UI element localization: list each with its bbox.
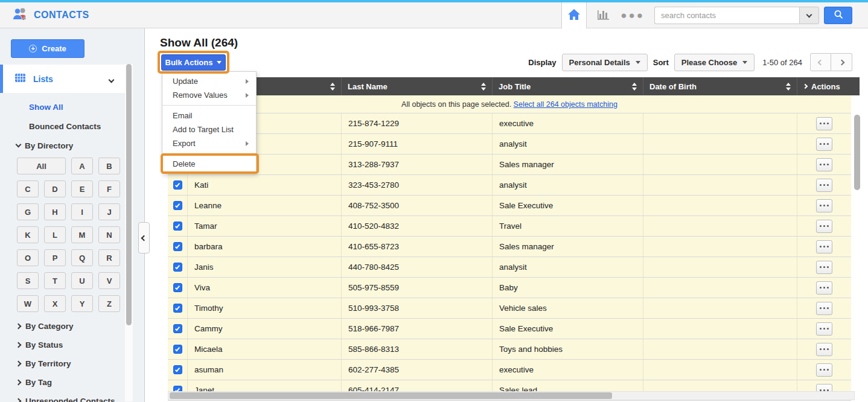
letter-filter-button[interactable]: All (17, 158, 66, 174)
chevron-down-icon[interactable] (109, 74, 113, 85)
row-checkbox[interactable] (173, 222, 182, 231)
letter-filter-button[interactable]: D (44, 180, 66, 197)
chevron-down-icon (16, 142, 22, 148)
row-actions-button[interactable] (816, 363, 832, 377)
sidebar-item-lists[interactable]: Lists (0, 65, 133, 93)
bulk-actions-button[interactable]: Bulk Actions (161, 54, 226, 71)
row-actions-button[interactable] (816, 281, 832, 295)
letter-filter-button[interactable]: X (44, 295, 66, 312)
sidebar-scrollbar[interactable] (125, 64, 133, 401)
module-brand[interactable]: CONTACTS (12, 7, 89, 24)
row-checkbox[interactable] (173, 304, 182, 313)
sort-icon (481, 83, 486, 91)
row-checkbox[interactable] (173, 180, 182, 190)
ellipsis-icon[interactable]: ●●● (621, 10, 645, 22)
row-actions-button[interactable] (816, 158, 832, 171)
sidebar-collapse-handle[interactable] (138, 222, 150, 254)
letter-filter-button[interactable]: S (17, 272, 39, 289)
display-select[interactable]: Personal Details (562, 54, 648, 71)
row-actions-button[interactable] (816, 240, 832, 254)
table-horizontal-scrollbar-thumb[interactable] (170, 392, 612, 399)
sort-select[interactable]: Please Choose (674, 54, 755, 71)
letter-filter-button[interactable]: N (98, 226, 120, 243)
table-horizontal-scrollbar[interactable] (168, 391, 855, 400)
previous-page-button[interactable] (810, 53, 831, 71)
date-of-birth-cell (643, 360, 797, 380)
letter-filter-button[interactable]: W (17, 295, 39, 312)
alphabet-filter: AllABCDEFGHIJKLMNOPQRSTUVWXYZ (17, 158, 123, 312)
checkbox-cell (168, 216, 187, 236)
last-name-cell: 505-975-8559 (341, 278, 492, 298)
letter-filter-button[interactable]: F (98, 180, 120, 197)
next-page-button[interactable] (831, 53, 852, 71)
ellipsis-icon (823, 287, 825, 289)
bulk-actions-label: Bulk Actions (165, 58, 213, 67)
column-header-label: Actions (811, 82, 840, 91)
search-options-button[interactable] (799, 7, 819, 24)
menu-item-add-to-target-list[interactable]: Add to Target List (162, 123, 256, 136)
select-all-matching-link[interactable]: Select all 264 objects matching (514, 100, 617, 109)
bar-chart-icon (596, 8, 612, 24)
create-button[interactable]: + Create (11, 39, 85, 58)
sidebar-scrollbar-thumb[interactable] (126, 64, 132, 325)
letter-filter-button[interactable]: Q (71, 249, 93, 266)
reports-button[interactable] (596, 8, 612, 24)
row-actions-button[interactable] (816, 322, 832, 336)
letter-filter-button[interactable]: M (71, 226, 93, 243)
row-checkbox[interactable] (173, 263, 182, 272)
row-actions-button[interactable] (816, 199, 832, 212)
check-icon (175, 284, 180, 290)
row-actions-button[interactable] (816, 179, 832, 192)
search-input[interactable] (654, 7, 799, 24)
letter-filter-button[interactable]: R (98, 249, 120, 266)
row-checkbox[interactable] (173, 201, 182, 210)
letter-filter-button[interactable]: T (44, 272, 66, 289)
column-header-actions[interactable]: Actions (797, 77, 851, 95)
letter-filter-button[interactable]: G (17, 203, 39, 220)
letter-filter-button[interactable]: H (44, 203, 66, 220)
menu-item-email[interactable]: Email (162, 109, 256, 123)
ellipsis-icon (823, 369, 825, 371)
menu-item-update[interactable]: Update (162, 74, 256, 88)
last-name-cell: 323-453-2780 (341, 175, 492, 195)
menu-item-export[interactable]: Export (162, 136, 256, 150)
letter-filter-button[interactable]: J (98, 203, 120, 220)
row-checkbox[interactable] (173, 324, 182, 333)
row-checkbox[interactable] (173, 345, 182, 354)
create-button-label: Create (42, 44, 66, 53)
letter-filter-button[interactable]: A (71, 158, 93, 174)
chevron-left-icon (818, 59, 824, 65)
row-checkbox[interactable] (173, 242, 182, 251)
table-vertical-scrollbar-thumb[interactable] (854, 115, 860, 190)
row-actions-button[interactable] (816, 117, 832, 130)
letter-filter-button[interactable]: B (98, 158, 120, 174)
letter-filter-button[interactable]: L (44, 226, 66, 243)
letter-filter-button[interactable]: I (71, 203, 93, 220)
chevron-right-icon (803, 84, 808, 89)
letter-filter-button[interactable]: E (71, 180, 93, 197)
row-checkbox[interactable] (173, 283, 182, 292)
letter-filter-button[interactable]: K (17, 226, 39, 243)
letter-filter-button[interactable]: V (98, 272, 120, 289)
letter-filter-button[interactable]: P (44, 249, 66, 266)
row-actions-button[interactable] (816, 261, 832, 274)
date-of-birth-cell (643, 339, 797, 359)
search-button[interactable] (824, 7, 852, 24)
letter-filter-button[interactable]: C (17, 180, 39, 197)
column-header-job-title[interactable]: Job Title (492, 77, 643, 95)
column-header-last-name[interactable]: Last Name (341, 77, 492, 95)
row-checkbox[interactable] (173, 365, 182, 374)
column-header-date-of-birth[interactable]: Date of Birth (643, 77, 797, 95)
letter-filter-button[interactable]: O (17, 249, 39, 266)
menu-item-delete[interactable]: Delete (162, 157, 256, 171)
row-actions-button[interactable] (816, 302, 832, 315)
last-name-cell: 410-655-8723 (341, 237, 492, 257)
menu-item-remove-values[interactable]: Remove Values (162, 88, 256, 102)
row-actions-button[interactable] (816, 220, 832, 233)
row-actions-button[interactable] (816, 343, 832, 356)
home-button[interactable] (561, 2, 587, 28)
letter-filter-button[interactable]: U (71, 272, 93, 289)
letter-filter-button[interactable]: Y (71, 295, 93, 312)
letter-filter-button[interactable]: Z (98, 295, 120, 312)
row-actions-button[interactable] (816, 138, 832, 151)
